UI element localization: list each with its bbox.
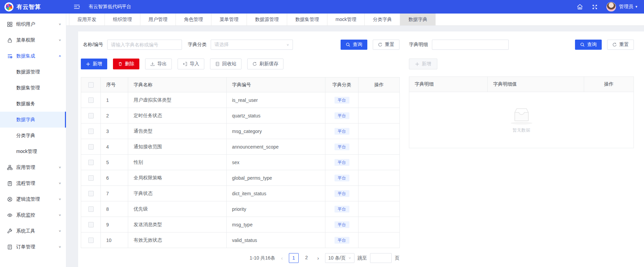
jump-page-input[interactable]	[370, 253, 392, 263]
delete-button-label: 删除	[125, 61, 134, 67]
table-header-row: 序号 字典名称 字典编号 字典分类 操作	[81, 77, 400, 92]
tab-role-mgmt[interactable]: 角色管理	[176, 14, 211, 25]
sidebar-subitem-label: 分类字典	[16, 133, 35, 139]
dict-code-cell: priority	[227, 201, 325, 217]
sidebar-item-system-tools[interactable]: 系统工具 ∨	[0, 223, 66, 239]
sidebar-item-app-mgmt[interactable]: 应用管理 ∨	[0, 159, 66, 175]
add-button-label: 新增	[93, 61, 102, 67]
next-page-icon[interactable]: ›	[315, 255, 322, 261]
row-checkbox[interactable]	[88, 238, 94, 243]
avatar[interactable]	[606, 2, 616, 12]
import-button-label: 导入	[190, 61, 199, 67]
page-content: 名称/编号 字典分类 请选择 ∨ 查询	[66, 26, 644, 267]
tab-data-dict[interactable]: 数据字典	[400, 14, 436, 25]
category-badge: 平台	[335, 190, 349, 197]
row-index: 10	[101, 232, 128, 248]
row-checkbox[interactable]	[88, 160, 94, 165]
jump-label: 跳至	[358, 255, 367, 261]
sidebar-item-label: 菜单权限	[16, 37, 59, 43]
sidebar-item-label: 系统监控	[16, 212, 59, 218]
sidebar-subitem-dataset-mgmt[interactable]: 数据集管理	[0, 80, 66, 96]
tab-category-dict[interactable]: 分类字典	[365, 14, 400, 25]
detail-reset-button[interactable]: 重置	[607, 40, 634, 50]
prev-page-icon[interactable]: ‹	[278, 255, 286, 261]
row-actions-cell	[359, 217, 400, 232]
select-all-checkbox[interactable]	[88, 82, 94, 88]
row-checkbox[interactable]	[88, 206, 94, 212]
tab-user-mgmt[interactable]: 用户管理	[140, 14, 176, 25]
dict-name-cell: 通告类型	[128, 124, 227, 139]
row-checkbox[interactable]	[88, 222, 94, 227]
category-badge: 平台	[335, 143, 349, 150]
add-button[interactable]: 新增	[81, 59, 107, 69]
name-code-input[interactable]	[107, 40, 182, 50]
reset-button[interactable]: 重置	[373, 40, 399, 50]
page-2-button[interactable]: 2	[302, 253, 312, 263]
detail-filter-row: 字典明细 查询 重置	[409, 40, 634, 50]
table-row: 10 有效无效状态 valid_status 平台	[81, 232, 400, 248]
brand: 有云智算	[0, 2, 66, 12]
delete-button[interactable]: 删除	[113, 59, 139, 69]
collapse-sidebar-icon[interactable]	[74, 4, 80, 9]
dict-name-cell: 字典状态	[128, 186, 227, 201]
page-1-button[interactable]: 1	[289, 253, 299, 263]
import-button[interactable]: 导入	[178, 59, 204, 69]
row-checkbox[interactable]	[88, 191, 94, 196]
dict-code-cell: msg_type	[227, 217, 325, 232]
sidebar-item-menu-perms[interactable]: 菜单权限 ∨	[0, 32, 66, 48]
sidebar-subitem-data-service[interactable]: 数据服务	[0, 96, 66, 112]
row-checkbox[interactable]	[88, 144, 94, 150]
home-icon[interactable]	[577, 4, 583, 10]
row-checkbox[interactable]	[88, 97, 94, 103]
sidebar-item-logic-flow-mgmt[interactable]: 逻辑流管理 ∨	[0, 191, 66, 207]
sidebar-item-org-users[interactable]: 组织用户 ∨	[0, 16, 66, 32]
sidebar-subitem-mock-mgmt[interactable]: mock管理	[0, 143, 66, 159]
sidebar-item-order-mgmt[interactable]: 订单管理 ∨	[0, 239, 66, 255]
row-checkbox[interactable]	[88, 129, 94, 134]
search-button[interactable]: 查询	[341, 40, 367, 50]
table-row: 3 通告类型 msg_category 平台	[81, 124, 400, 139]
sidebar-subitem-data-dict[interactable]: 数据字典	[0, 112, 66, 128]
detail-toolbar: 新增	[409, 59, 634, 69]
fullscreen-icon[interactable]	[592, 4, 598, 10]
refresh-cache-button[interactable]: 刷新缓存	[247, 59, 283, 69]
category-label: 字典分类	[188, 42, 207, 48]
tab-menu-mgmt[interactable]: 菜单管理	[211, 14, 247, 25]
reset-button-label: 重置	[619, 42, 629, 48]
tab-app-dev[interactable]: 应用开发	[69, 14, 105, 25]
select-placeholder: 请选择	[214, 42, 286, 48]
pagination: 1-10 共16条 ‹ 1 2 › 10 条/页 ∨ 跳至 页	[81, 253, 399, 263]
chevron-down-icon: ∨	[59, 198, 61, 201]
detail-add-button[interactable]: 新增	[409, 59, 437, 69]
sidebar-subitem-label: 数据服务	[16, 101, 35, 107]
chevron-down-icon: ∨	[59, 229, 61, 233]
detail-search-button[interactable]: 查询	[575, 40, 602, 50]
plus-icon	[415, 62, 419, 66]
name-code-label: 名称/编号	[83, 42, 103, 48]
sidebar-item-data-integration[interactable]: 数据集成 ∧	[0, 48, 66, 64]
sidebar-item-process-mgmt[interactable]: 流程管理 ∨	[0, 175, 66, 191]
export-button[interactable]: 导出	[145, 59, 172, 69]
tab-mock-mgmt[interactable]: mock管理	[327, 14, 365, 25]
row-checkbox[interactable]	[88, 113, 94, 118]
sidebar-subitem-label: mock管理	[16, 149, 37, 155]
row-actions-cell	[359, 139, 400, 155]
row-checkbox[interactable]	[88, 175, 94, 181]
recycle-bin-button[interactable]: 回收站	[210, 59, 242, 69]
sidebar-subitem-category-dict[interactable]: 分类字典	[0, 128, 66, 143]
tab-datasource-mgmt[interactable]: 数据源管理	[247, 14, 287, 25]
dict-name-cell: 用户虚拟实体类型	[128, 92, 227, 108]
download-icon	[150, 62, 155, 66]
user-menu[interactable]: 管理员 ▼	[619, 4, 638, 10]
detail-search-input[interactable]	[432, 40, 509, 50]
tab-org-mgmt[interactable]: 组织管理	[105, 14, 140, 25]
org-users-icon	[7, 22, 13, 27]
sidebar-item-system-monitor[interactable]: 系统监控 ∨	[0, 207, 66, 223]
tab-dataset-mgmt[interactable]: 数据集管理	[287, 14, 327, 25]
page-size-select[interactable]: 10 条/页 ∨	[325, 253, 354, 263]
dict-list-pane: 名称/编号 字典分类 请选择 ∨ 查询	[81, 40, 399, 267]
category-select[interactable]: 请选择 ∨	[211, 40, 293, 50]
app-mgmt-icon	[7, 165, 13, 170]
sidebar-subitem-datasource-mgmt[interactable]: 数据源管理	[0, 64, 66, 80]
row-index: 8	[101, 201, 128, 217]
